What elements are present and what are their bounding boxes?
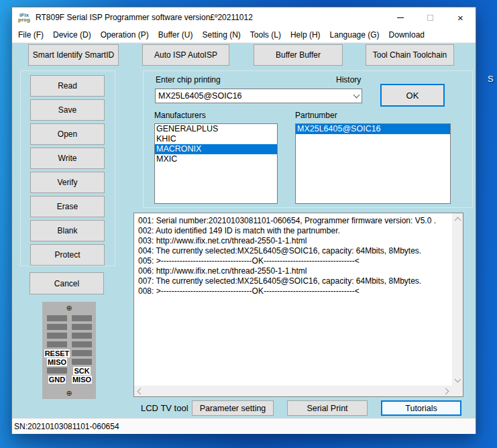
log-text: 001: Serial number:20210103081101-060654… (134, 213, 452, 386)
log-line: 001: Serial number:20210103081101-060654… (138, 216, 452, 226)
chip-pin (72, 333, 92, 339)
partnumber-listbox[interactable]: MX25L6405@SOIC16 (295, 123, 451, 204)
scroll-down-icon[interactable] (452, 375, 463, 386)
pin-label-reset: RESET (44, 349, 70, 357)
menu-bar: File (F) Device (D) Operation (P) Buffer… (12, 27, 476, 42)
window-controls: × (385, 7, 476, 27)
status-bar: SN:20210103081101-060654 (12, 418, 476, 434)
save-button[interactable]: Save (30, 99, 105, 121)
menu-download[interactable]: Download (384, 29, 429, 41)
cancel-button[interactable]: Cancel (30, 272, 104, 294)
enter-chip-printing-label: Enter chip printing (156, 75, 221, 85)
window-title: RT809F Serial ISP Programmer software ve… (36, 13, 253, 22)
manufacturers-label: Manufacturers (154, 111, 206, 120)
list-item[interactable]: MXIC (155, 154, 277, 164)
chip-pin (72, 341, 92, 347)
chip-pin (47, 315, 67, 321)
open-button[interactable]: Open (30, 123, 105, 145)
screw-icon: ⊕ (66, 390, 72, 396)
menu-file[interactable]: File (F) (13, 29, 48, 41)
chip-pin (72, 359, 92, 365)
log-output[interactable]: 001: Serial number:20210103081101-060654… (133, 213, 463, 397)
vertical-scrollbar[interactable] (452, 213, 463, 386)
blank-button[interactable]: Blank (30, 220, 105, 241)
app-icon: iFix prog (17, 13, 32, 22)
chip-pin (72, 350, 92, 356)
close-button[interactable]: × (445, 7, 476, 27)
chip-pin (72, 324, 92, 330)
menu-buffer[interactable]: Buffer (U) (154, 29, 198, 41)
parameter-setting-button[interactable]: Parameter setting (192, 400, 274, 416)
chip-pin (72, 315, 92, 321)
app-window: iFix prog RT809F Serial ISP Programmer s… (11, 7, 476, 434)
history-label: History (336, 75, 361, 85)
buffer-button[interactable]: Buffer Buffer (254, 44, 343, 66)
pin-label-gnd: GND (48, 376, 66, 384)
partnumber-label: Partnumber (295, 111, 337, 120)
tutorials-button[interactable]: Tutorials (381, 400, 461, 416)
desktop-icon-label[interactable]: S (488, 74, 494, 84)
screw-icon: ⊕ (66, 304, 72, 311)
lcd-tv-tool-label: LCD TV tool (141, 403, 188, 413)
pin-label-sck: SCK (73, 367, 90, 375)
scroll-left-icon[interactable] (134, 386, 145, 396)
chip-right-pin-column: SCK MISO (70, 314, 93, 384)
chevron-down-icon (353, 92, 360, 99)
pin-label-miso: MISO (47, 358, 67, 366)
log-line: 008: >----------------------------------… (138, 286, 452, 296)
write-button[interactable]: Write (30, 148, 105, 169)
maximize-icon (427, 15, 433, 21)
menu-setting[interactable]: Setting (N) (198, 29, 245, 41)
log-line: 007: The currently selected:MX25L6405@SO… (138, 276, 452, 286)
verify-button[interactable]: Verify (30, 172, 105, 193)
list-item-selected[interactable]: MACRONIX (155, 144, 277, 154)
chip-pin (47, 341, 67, 347)
chip-printing-combobox[interactable]: MX25L6405@SOIC16 (155, 89, 362, 103)
menu-language[interactable]: Language (G) (325, 29, 384, 41)
menu-tools[interactable]: Tools (L) (245, 29, 286, 41)
erase-button[interactable]: Erase (30, 196, 105, 217)
read-button[interactable]: Read (30, 75, 105, 97)
chip-pin (47, 368, 67, 374)
scroll-up-icon[interactable] (452, 213, 463, 224)
tool-chain-button[interactable]: Tool Chain Toolchain (366, 44, 454, 66)
menu-help[interactable]: Help (H) (286, 29, 325, 41)
log-line: 005: >----------------------------------… (138, 256, 452, 266)
log-line: 002: Auto identified 149 ID is match wit… (138, 226, 452, 236)
smart-identify-button[interactable]: Smart Identify SmartID (28, 44, 119, 66)
scroll-right-icon[interactable] (441, 386, 452, 396)
list-item[interactable]: KHIC (155, 134, 277, 144)
list-item[interactable]: GENERALPLUS (155, 124, 277, 134)
maximize-button (415, 7, 445, 27)
serial-print-button[interactable]: Serial Print (287, 400, 368, 416)
list-item-selected[interactable]: MX25L6405@SOIC16 (296, 124, 450, 134)
log-line: 003: http://www.ifix.net.cn/thread-2550-… (138, 236, 452, 246)
minimize-icon (397, 17, 404, 18)
client-area: Smart Identify SmartID Auto ISP AutoISP … (12, 42, 476, 418)
manufacturers-listbox[interactable]: GENERALPLUS KHIC MACRONIX MXIC (154, 123, 278, 204)
chip-pin (47, 324, 67, 330)
title-bar[interactable]: iFix prog RT809F Serial ISP Programmer s… (12, 7, 476, 27)
chip-printing-value: MX25L6405@SOIC16 (158, 91, 354, 101)
serial-number-text: SN:20210103081101-060654 (14, 422, 119, 431)
chip-pinout-diagram: ⊕ RESET MISO GND SCK MISO ⊕ (42, 302, 96, 399)
chip-left-pin-column: RESET MISO GND (46, 314, 68, 384)
close-icon: × (457, 13, 463, 23)
log-line: 006: http://www.ifix.net.cn/thread-2550-… (138, 266, 452, 276)
protect-button[interactable]: Protect (30, 244, 105, 266)
menu-device[interactable]: Device (D) (48, 29, 96, 41)
horizontal-scrollbar[interactable] (134, 386, 452, 396)
auto-isp-button[interactable]: Auto ISP AutoISP (142, 44, 229, 66)
app-icon-text-bottom: prog (18, 17, 30, 22)
ok-button[interactable]: OK (380, 84, 445, 107)
scrollbar-corner (452, 386, 463, 396)
chip-pin (47, 333, 67, 339)
menu-operation[interactable]: Operation (P) (96, 29, 154, 41)
minimize-button[interactable] (385, 7, 415, 27)
operations-groupbox: Read Save Open Write Verify Erase Blank … (20, 70, 115, 266)
log-line: 004: The currently selected:MX25L6405@SO… (138, 246, 452, 256)
pin-label-miso2: MISO (72, 376, 92, 384)
